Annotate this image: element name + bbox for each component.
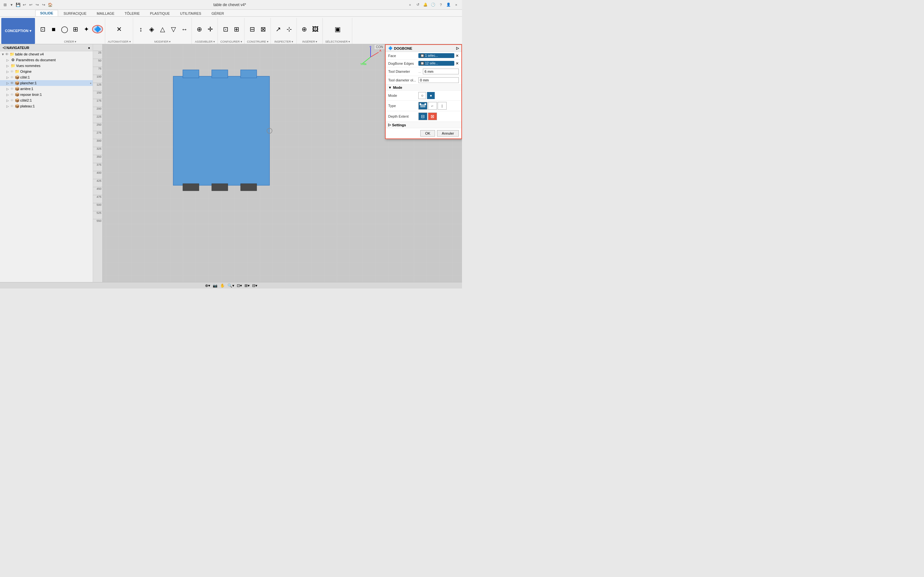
nav-label-arriere: arrière:1 <box>20 87 91 91</box>
nav-arrow-params: ▷ <box>6 58 10 62</box>
nav-label-root: table de chevet v4 <box>15 52 91 56</box>
dogbone-face-value-btn[interactable]: 🔲 1 sélec... <box>418 53 454 58</box>
dogbone-diameter-input[interactable] <box>423 69 459 74</box>
dogbone-edges-clear-icon[interactable]: ✕ <box>456 61 459 66</box>
create-box-btn[interactable]: ■ <box>48 25 59 33</box>
svg-rect-5 <box>212 184 228 191</box>
nav-item-arriere[interactable]: ▷ 👁 📦 arrière:1 <box>0 86 93 92</box>
dogbone-mode-section[interactable]: ▼ Mode <box>386 85 461 91</box>
undo-icon[interactable]: ↩ <box>22 2 27 7</box>
dogbone-expand-icon[interactable]: ▷ <box>456 46 459 50</box>
undo2-icon[interactable]: ↩ <box>28 2 33 7</box>
conception-button[interactable]: CONCEPTION ▾ <box>1 18 35 44</box>
config-btn1[interactable]: ⊡ <box>221 25 231 33</box>
inspecter-btn2[interactable]: ⊹ <box>284 25 294 33</box>
shell-btn[interactable]: ▽ <box>168 25 179 33</box>
mode-btn-normal[interactable]: ○ <box>418 92 426 99</box>
create-pattern-btn[interactable]: ⊞ <box>70 25 81 33</box>
view-btn-pan[interactable]: ✋ <box>220 284 225 288</box>
help-icon[interactable]: ? <box>438 2 444 8</box>
notification-icon[interactable]: 🔔 <box>422 2 429 8</box>
nav-item-root[interactable]: ▼ 👁 📁 table de chevet v4 <box>0 51 93 57</box>
chamfer-btn[interactable]: △ <box>158 25 168 33</box>
mode-btn-selected[interactable]: ● <box>427 92 435 99</box>
create-new-body-btn[interactable]: ⊡ <box>37 25 48 33</box>
3d-object[interactable] <box>167 63 282 199</box>
view-btn-home[interactable]: ⊕▾ <box>205 284 210 288</box>
dogbone-diameter-ol-input[interactable] <box>418 77 459 83</box>
tab-utilitaires[interactable]: UTILITAIRES <box>175 10 206 16</box>
combine-btn[interactable]: ⊕ <box>194 25 205 33</box>
app-grid-icon[interactable]: ⊞ <box>3 2 8 7</box>
nav-eye-cote1[interactable]: 👁 <box>10 75 14 79</box>
view-btn-grid[interactable]: ⊞▾ <box>244 284 250 288</box>
tab-surfacique[interactable]: SURFACIQUE <box>59 10 91 16</box>
navigator-close-btn[interactable]: ● <box>88 46 90 50</box>
nav-eye-origine[interactable]: 👁 <box>10 69 14 73</box>
config-btn2[interactable]: ⊞ <box>232 25 242 33</box>
nav-item-plancher[interactable]: ▷ 👁 📦 plancher:1 ● <box>0 80 93 86</box>
dogbone-ok-button[interactable]: OK <box>420 130 435 137</box>
press-pull-btn[interactable]: ↕ <box>136 25 146 33</box>
depth-btn-partial[interactable]: ⊠ <box>428 113 437 120</box>
fillet-btn[interactable]: ◈ <box>147 25 157 33</box>
inspecter-btn1[interactable]: ↗ <box>273 25 284 33</box>
clock-icon[interactable]: 🕐 <box>430 2 436 8</box>
redo2-icon[interactable]: ↪ <box>41 2 46 7</box>
view-btn-panels[interactable]: ⊟▾ <box>252 284 257 288</box>
tab-maillage[interactable]: MAILLAGE <box>92 10 119 16</box>
nav-item-cote1[interactable]: ▷ 👁 📦 côté:1 <box>0 74 93 80</box>
user-icon[interactable]: 👤 <box>445 2 452 8</box>
view-btn-zoom[interactable]: 🔍▾ <box>228 284 234 288</box>
ribbon-group-selectionner: ▣ SÉLECTIONNER ▾ <box>323 18 352 44</box>
nav-item-origine[interactable]: ▷ 👁 📁 Origine <box>0 69 93 74</box>
depth-btn-full[interactable]: ⊟ <box>418 113 427 120</box>
save-icon[interactable]: 💾 <box>15 2 21 7</box>
home-icon[interactable]: 🏠 <box>47 2 53 7</box>
ruler-mark-475: 475 <box>93 195 102 203</box>
view-btn-display[interactable]: ⊡▾ <box>237 284 242 288</box>
svg-rect-4 <box>183 184 199 191</box>
close-btn[interactable]: × <box>453 2 459 8</box>
type-btn-other[interactable]: | <box>438 102 447 110</box>
redo-icon[interactable]: ↪ <box>35 2 40 7</box>
nav-eye-repose[interactable]: 👁 <box>10 93 14 97</box>
nav-item-vues[interactable]: ▷ 📁 Vues nommées <box>0 63 93 69</box>
tab-plastique[interactable]: PLASTIQUE <box>145 10 175 16</box>
inserer-btn1[interactable]: ⊕ <box>299 25 310 33</box>
dogbone-edges-value-btn[interactable]: 🔲 12 séle... <box>418 61 454 66</box>
tab-solide[interactable]: SOLIDE <box>35 10 58 16</box>
dogbone-settings-section[interactable]: ▷ Settings <box>386 122 461 128</box>
view-btn-camera[interactable]: 📷 <box>213 284 218 288</box>
nav-item-plateau[interactable]: ▷ 👁 📦 plateau:1 <box>0 103 93 109</box>
minimize-btn[interactable]: + <box>407 2 413 8</box>
construire-btn1[interactable]: ⊟ <box>247 25 257 33</box>
nav-item-cote2[interactable]: ▷ 👁 📦 côté2:1 <box>0 97 93 103</box>
type-btn-dogbone[interactable] <box>418 102 427 110</box>
nav-eye-cote2[interactable]: 👁 <box>10 98 14 102</box>
create-cylinder-btn[interactable]: ◯ <box>59 25 69 33</box>
nav-collapse-icon[interactable]: ◁ <box>3 45 5 50</box>
nav-eye-root[interactable]: 👁 <box>5 52 9 56</box>
automatiser-btn[interactable]: ✕ <box>114 25 124 33</box>
dogbone-cancel-button[interactable]: Annuler <box>437 130 459 137</box>
nav-eye-plancher[interactable]: 👁 <box>10 81 14 85</box>
dogbone-active-btn[interactable]: 🔷 <box>92 25 103 33</box>
align-btn[interactable]: ✛ <box>205 25 216 33</box>
scale-btn[interactable]: ↔ <box>179 25 190 33</box>
dogbone-face-clear-icon[interactable]: ✕ <box>456 53 459 58</box>
create-feature-btn[interactable]: ✦ <box>81 25 91 33</box>
menu-icon[interactable]: ▾ <box>9 2 14 7</box>
construire-btn2[interactable]: ⊠ <box>258 25 268 33</box>
tab-tolerie[interactable]: TÔLERIE <box>120 10 145 16</box>
type-btn-t[interactable]: ⌐ <box>428 102 437 110</box>
refresh-icon[interactable]: ↺ <box>415 2 421 8</box>
face-select-icon: 🔲 <box>420 54 424 57</box>
tab-gerer[interactable]: GÉRER <box>207 10 229 16</box>
nav-item-params[interactable]: ▷ ⚙ Paramètres du document <box>0 57 93 63</box>
nav-eye-arriere[interactable]: 👁 <box>10 87 14 91</box>
inserer-btn2[interactable]: 🖼 <box>310 25 320 33</box>
nav-item-repose[interactable]: ▷ 👁 📦 repose tiroir:1 <box>0 92 93 97</box>
nav-eye-plateau[interactable]: 👁 <box>10 104 14 108</box>
selectionner-btn[interactable]: ▣ <box>333 25 342 33</box>
